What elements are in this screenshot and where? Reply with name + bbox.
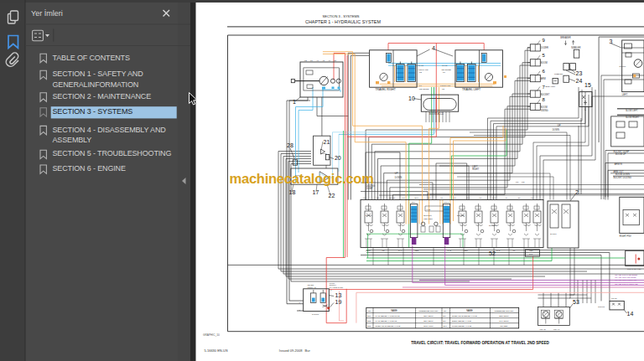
svg-text:machinecatalogic.com: machinecatalogic.com xyxy=(230,171,374,186)
svg-text:3.3 (338): 3.3 (338) xyxy=(500,325,507,327)
svg-text:LEFT: LEFT xyxy=(472,165,478,168)
svg-text:LEFT: LEFT xyxy=(411,201,416,203)
svg-text:13: 13 xyxy=(335,292,342,298)
svg-text:DOZER: DOZER xyxy=(541,46,548,49)
svg-text:DOWN: DOWN xyxy=(553,128,559,132)
svg-text:LEFT: LEFT xyxy=(622,93,628,96)
svg-text:TRAVEL RIGHT FORWARD: TRAVEL RIGHT FORWARD xyxy=(615,283,638,285)
svg-text:NAME: NAME xyxy=(391,309,397,312)
svg-text:5-16630 EN-US: 5-16630 EN-US xyxy=(204,348,228,353)
svg-text:DOWN: DOWN xyxy=(395,176,402,179)
svg-text:19: 19 xyxy=(335,299,342,305)
svg-text:TRAVEL RIGHT: TRAVEL RIGHT xyxy=(376,88,396,91)
svg-text:SECTION 6 - ENGINE: SECTION 6 - ENGINE xyxy=(53,164,126,173)
svg-text:23.5 (3700): 23.5 (3700) xyxy=(499,315,509,317)
svg-text:BUCKET DUMP: BUCKET DUMP xyxy=(614,150,630,153)
svg-text:24: 24 xyxy=(576,78,583,84)
svg-text:TRAVEL LEFT: TRAVEL LEFT xyxy=(462,88,480,91)
svg-text:CHANGE OVER: CHANGE OVER xyxy=(330,286,344,288)
svg-text:22: 22 xyxy=(329,193,335,199)
svg-text:3.0MPa: 3.0MPa xyxy=(312,313,319,316)
svg-text:17: 17 xyxy=(313,189,319,195)
svg-text:23.5MPa: 23.5MPa xyxy=(423,214,432,217)
svg-text:ARM OUT: ARM OUT xyxy=(614,170,624,173)
svg-text:REVERSE: REVERSE xyxy=(419,88,429,90)
svg-text:GRAPHIC_10: GRAPHIC_10 xyxy=(203,333,220,337)
svg-text:SECTION 1 - SAFETY AND: SECTION 1 - SAFETY AND xyxy=(53,70,144,78)
svg-text:23.0 (3340): 23.0 (3340) xyxy=(423,320,434,322)
svg-text:23.0 (3340): 23.0 (3340) xyxy=(423,315,434,317)
svg-text:25.5MPa: 25.5MPa xyxy=(457,214,465,216)
svg-text:50MPa: 50MPa xyxy=(620,65,626,68)
svg-text:MAIN RELIEF VALVE P3: MAIN RELIEF VALVE P3 xyxy=(376,320,397,322)
svg-text:UP: UP xyxy=(558,124,561,127)
svg-text:14: 14 xyxy=(627,311,634,317)
svg-text:20: 20 xyxy=(335,155,341,161)
svg-text:RIGHT: RIGHT xyxy=(444,201,449,203)
svg-text:27.3 (4000): 27.3 (4000) xyxy=(423,325,434,327)
svg-text:PB2: PB2 xyxy=(415,250,419,252)
svg-text:21.MPa: 21.MPa xyxy=(550,233,557,235)
svg-text:BOOM: BOOM xyxy=(541,106,548,109)
svg-text:25.5MPa: 25.5MPa xyxy=(489,224,497,226)
svg-text:10: 10 xyxy=(408,95,415,101)
svg-text:NAME: NAME xyxy=(466,309,473,312)
svg-text:No.: No. xyxy=(368,310,371,312)
svg-text:TABLE OF CONTENTS: TABLE OF CONTENTS xyxy=(53,54,130,62)
svg-text:OVER LOAD RELIEF VALVE: OVER LOAD RELIEF VALVE xyxy=(376,325,401,327)
svg-text:Py1: Py1 xyxy=(529,253,533,255)
svg-text:BKT: BKT xyxy=(415,197,419,199)
svg-text:SUPPLY: SUPPLY xyxy=(330,284,337,286)
svg-text:BUCKET: BUCKET xyxy=(541,93,550,96)
svg-text:OVER LOAD RELIEF VALVE: OVER LOAD RELIEF VALVE xyxy=(452,315,477,317)
svg-text:15: 15 xyxy=(584,82,591,88)
svg-text:GENERALINFORMATION: GENERALINFORMATION xyxy=(53,80,139,89)
svg-text:LOCK A2: LOCK A2 xyxy=(308,286,317,289)
svg-text:16.0 (2660): 16.0 (2660) xyxy=(499,320,509,322)
svg-text:BREAKER: BREAKER xyxy=(560,36,571,39)
svg-text:BOOM DOWN: BOOM DOWN xyxy=(615,173,630,176)
svg-text:21: 21 xyxy=(324,139,330,145)
svg-text:ASSEMBLY: ASSEMBLY xyxy=(53,136,92,144)
svg-text:RIGHT PSV: RIGHT PSV xyxy=(620,235,631,238)
svg-text:PA1: PA1 xyxy=(496,250,501,252)
svg-text:TRAVEL RIGHT REVERSE: TRAVEL RIGHT REVERSE xyxy=(615,274,637,276)
svg-text:BOOM: BOOM xyxy=(541,61,548,64)
svg-text:RIGHT: RIGHT xyxy=(472,168,479,171)
svg-text:PSV-B: PSV-B xyxy=(540,328,546,331)
svg-text:CHAPTER 1 - HYDRAULIC SYSTEM: CHAPTER 1 - HYDRAULIC SYSTEM xyxy=(305,19,381,24)
svg-text:SECTION 3 - SYSTEMS: SECTION 3 - SYSTEMS xyxy=(53,107,133,116)
svg-text:28: 28 xyxy=(287,142,293,148)
svg-text:DOWN: DOWN xyxy=(598,306,605,308)
svg-text:ARM: ARM xyxy=(541,77,546,80)
svg-text:PB10: PB10 xyxy=(366,250,371,252)
svg-text:UP: UP xyxy=(395,172,398,175)
svg-text:PILOT: PILOT xyxy=(330,282,335,284)
svg-text:PSV-G: PSV-G xyxy=(553,328,559,331)
svg-text:SECTION 3 - SYSTEMS: SECTION 3 - SYSTEMS xyxy=(323,14,360,18)
svg-text:ARM IN: ARM IN xyxy=(615,162,622,166)
svg-text:T1,T2: T1,T2 xyxy=(442,64,448,67)
svg-text:13-1: 13-1 xyxy=(443,325,447,327)
svg-text:Bur: Bur xyxy=(305,348,311,353)
svg-text:PA3: PA3 xyxy=(448,250,452,252)
svg-text:TRAVEL LEFT FORWARD: TRAVEL LEFT FORWARD xyxy=(615,279,636,281)
svg-text:Yer İmleri: Yer İmleri xyxy=(31,9,63,18)
svg-text:TRAVEL CIRCUIT: TRAVEL FORWARD: TRAVEL CIRCUIT: TRAVEL FORWARD OPERATION… xyxy=(411,341,549,345)
svg-text:BREAKER: BREAKER xyxy=(546,85,556,88)
svg-text:TRAVEL LEFT REVERSE: TRAVEL LEFT REVERSE xyxy=(615,276,636,278)
svg-text:34MPa: 34MPa xyxy=(321,152,327,154)
svg-text:SLOW LEFT: SLOW LEFT xyxy=(626,109,638,112)
svg-text:PA4: PA4 xyxy=(398,250,402,252)
svg-text:A1 B1: A1 B1 xyxy=(426,209,431,210)
svg-text:2: 2 xyxy=(575,189,579,195)
svg-text:SWING: SWING xyxy=(541,109,548,112)
svg-text:52: 52 xyxy=(489,250,496,256)
svg-text:PB3: PB3 xyxy=(464,250,468,252)
svg-text:SECTION 4 - DISASSEMBLY AND: SECTION 4 - DISASSEMBLY AND xyxy=(53,126,167,134)
svg-text:DUMP: DUMP xyxy=(366,187,373,190)
svg-text:NIBBLER: NIBBLER xyxy=(571,46,580,49)
svg-text:C: C xyxy=(584,108,586,111)
svg-text:SECTION 2 - MAINTENANCE: SECTION 2 - MAINTENANCE xyxy=(53,92,152,101)
svg-text:23: 23 xyxy=(576,70,583,76)
